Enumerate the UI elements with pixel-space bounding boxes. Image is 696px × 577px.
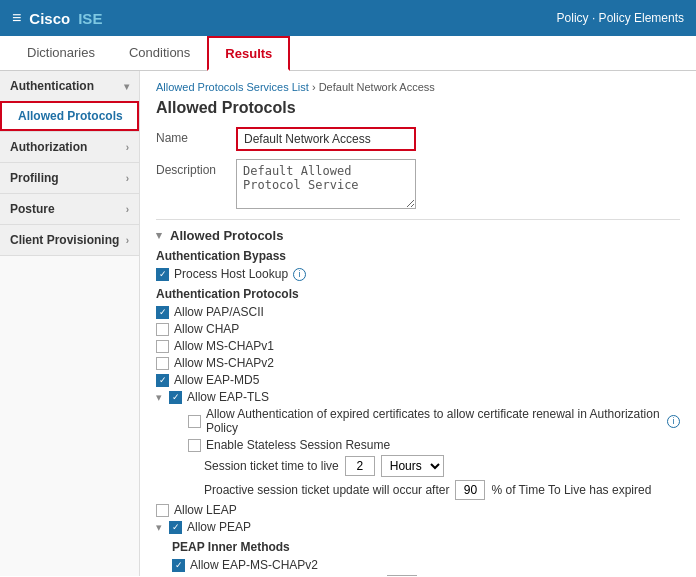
ms-chapv1-checkbox[interactable]	[156, 340, 169, 353]
eap-ms-chapv2-row: Allow EAP-MS-CHAPv2	[172, 558, 680, 572]
sidebar-header-client-prov[interactable]: Client Provisioning ›	[0, 225, 139, 255]
name-input[interactable]	[236, 127, 416, 151]
chevron-down-icon: ▾	[124, 81, 129, 92]
leap-row: Allow LEAP	[156, 503, 680, 517]
pw-change-row-1: Allow Password Change Retries (Valid Ran…	[188, 575, 680, 576]
eap-tls-checkbox[interactable]	[169, 391, 182, 404]
desc-textarea[interactable]: Default Allowed Protocol Service	[236, 159, 416, 209]
ms-chapv2-label: Allow MS-CHAPv2	[174, 356, 274, 370]
sidebar-header-auth-label: Authentication	[10, 79, 94, 93]
sidebar-section-profiling: Profiling ›	[0, 163, 139, 194]
content-area: Allowed Protocols Services List › Defaul…	[140, 71, 696, 576]
proactive-row: Proactive session ticket update will occ…	[204, 480, 680, 500]
desc-field-row: Description Default Allowed Protocol Ser…	[156, 159, 680, 209]
ms-chapv2-row: Allow MS-CHAPv2	[156, 356, 680, 370]
auth-bypass-title: Authentication Bypass	[156, 249, 680, 263]
eap-tls-label: Allow EAP-TLS	[187, 390, 269, 404]
tab-results[interactable]: Results	[207, 36, 290, 71]
process-host-lookup-checkbox[interactable]	[156, 268, 169, 281]
eap-md5-checkbox[interactable]	[156, 374, 169, 387]
chevron-right-icon: ›	[126, 142, 129, 153]
pap-ascii-checkbox[interactable]	[156, 306, 169, 319]
proactive-prefix: Proactive session ticket update will occ…	[204, 483, 449, 497]
proactive-input[interactable]	[455, 480, 485, 500]
leap-label: Allow LEAP	[174, 503, 237, 517]
eap-tls-collapse-icon[interactable]: ▾	[156, 391, 162, 404]
allowed-protocols-title: Allowed Protocols	[170, 228, 283, 243]
sidebar-header-client-label: Client Provisioning	[10, 233, 119, 247]
pap-ascii-label: Allow PAP/ASCII	[174, 305, 264, 319]
sidebar: Authentication ▾ Allowed Protocols Autho…	[0, 71, 140, 576]
chap-row: Allow CHAP	[156, 322, 680, 336]
peap-row: ▾ Allow PEAP	[156, 520, 680, 534]
stateless-session-checkbox[interactable]	[188, 439, 201, 452]
eap-ms-chapv2-checkbox[interactable]	[172, 559, 185, 572]
stateless-session-label: Enable Stateless Session Resume	[206, 438, 390, 452]
chap-label: Allow CHAP	[174, 322, 239, 336]
main-layout: Authentication ▾ Allowed Protocols Autho…	[0, 71, 696, 576]
allowed-protocols-section: ▾ Allowed Protocols	[156, 219, 680, 243]
sidebar-header-authorization[interactable]: Authorization ›	[0, 132, 139, 162]
sidebar-header-posture-label: Posture	[10, 202, 55, 216]
app-name-text: ISE	[78, 10, 102, 27]
process-host-lookup-label: Process Host Lookup	[174, 267, 288, 281]
chevron-right-icon-3: ›	[126, 204, 129, 215]
eap-tls-expired-cert-checkbox[interactable]	[188, 415, 201, 428]
sidebar-section-authorization: Authorization ›	[0, 132, 139, 163]
page-title: Allowed Protocols	[156, 99, 680, 117]
auth-protocols-title: Authentication Protocols	[156, 287, 680, 301]
breadcrumb-current: Default Network Access	[319, 81, 435, 93]
peap-checkbox[interactable]	[169, 521, 182, 534]
process-host-lookup-row: Process Host Lookup i	[156, 267, 680, 281]
tab-bar: Dictionaries Conditions Results	[0, 36, 696, 71]
eap-ms-chapv2-label: Allow EAP-MS-CHAPv2	[190, 558, 318, 572]
name-label: Name	[156, 127, 236, 145]
eap-md5-row: Allow EAP-MD5	[156, 373, 680, 387]
sidebar-header-profiling[interactable]: Profiling ›	[0, 163, 139, 193]
tab-dictionaries[interactable]: Dictionaries	[10, 36, 112, 71]
sidebar-item-allowed-protocols[interactable]: Allowed Protocols	[0, 101, 139, 131]
tab-conditions[interactable]: Conditions	[112, 36, 207, 71]
expired-cert-info-icon[interactable]: i	[667, 415, 680, 428]
eap-md5-label: Allow EAP-MD5	[174, 373, 259, 387]
sidebar-header-authentication[interactable]: Authentication ▾	[0, 71, 139, 101]
session-ticket-unit-select[interactable]: Hours	[381, 455, 444, 477]
page-location: Policy · Policy Elements	[557, 11, 684, 25]
peap-collapse-icon[interactable]: ▾	[156, 521, 162, 534]
breadcrumb-separator: ›	[312, 81, 319, 93]
peap-label: Allow PEAP	[187, 520, 251, 534]
chevron-right-icon-2: ›	[126, 173, 129, 184]
app-logo: ≡ Cisco ISE	[12, 9, 102, 27]
collapse-icon[interactable]: ▾	[156, 229, 162, 242]
retries-input-1[interactable]	[387, 575, 417, 576]
proactive-suffix: % of Time To Live has expired	[491, 483, 651, 497]
top-bar: ≡ Cisco ISE Policy · Policy Elements	[0, 0, 696, 36]
breadcrumb-link[interactable]: Allowed Protocols Services List	[156, 81, 309, 93]
sidebar-section-authentication: Authentication ▾ Allowed Protocols	[0, 71, 139, 132]
sidebar-header-posture[interactable]: Posture ›	[0, 194, 139, 224]
eap-tls-expired-cert-label: Allow Authentication of expired certific…	[206, 407, 662, 435]
cisco-logo-text: Cisco	[29, 10, 70, 27]
session-ticket-row: Session ticket time to live Hours	[204, 455, 680, 477]
peap-inner-title: PEAP Inner Methods	[172, 540, 680, 554]
name-field-row: Name	[156, 127, 680, 151]
sidebar-section-posture: Posture ›	[0, 194, 139, 225]
sidebar-section-client-provisioning: Client Provisioning ›	[0, 225, 139, 256]
session-ticket-input[interactable]	[345, 456, 375, 476]
desc-label: Description	[156, 159, 236, 177]
leap-checkbox[interactable]	[156, 504, 169, 517]
ms-chapv2-checkbox[interactable]	[156, 357, 169, 370]
eap-tls-expired-cert-row: Allow Authentication of expired certific…	[188, 407, 680, 435]
sidebar-header-profiling-label: Profiling	[10, 171, 59, 185]
session-ticket-label: Session ticket time to live	[204, 459, 339, 473]
process-host-info-icon[interactable]: i	[293, 268, 306, 281]
chap-checkbox[interactable]	[156, 323, 169, 336]
breadcrumb: Allowed Protocols Services List › Defaul…	[156, 81, 680, 93]
chevron-right-icon-4: ›	[126, 235, 129, 246]
eap-tls-row: ▾ Allow EAP-TLS	[156, 390, 680, 404]
ms-chapv1-label: Allow MS-CHAPv1	[174, 339, 274, 353]
sidebar-header-authz-label: Authorization	[10, 140, 87, 154]
pap-ascii-row: Allow PAP/ASCII	[156, 305, 680, 319]
ms-chapv1-row: Allow MS-CHAPv1	[156, 339, 680, 353]
menu-icon[interactable]: ≡	[12, 9, 21, 27]
